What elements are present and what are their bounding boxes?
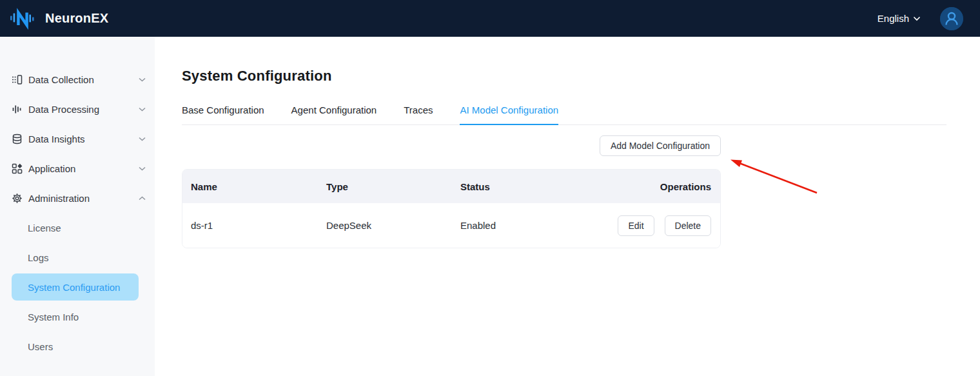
sidebar-subitem-license[interactable]: License <box>0 213 155 242</box>
language-label: English <box>877 13 909 24</box>
edit-button[interactable]: Edit <box>618 215 654 236</box>
column-header-status: Status <box>460 181 660 192</box>
data-processing-icon <box>12 104 23 115</box>
cell-type: DeepSeek <box>326 220 460 231</box>
sidebar-subitem-system-configuration[interactable]: System Configuration <box>12 273 139 301</box>
administration-gear-icon <box>12 193 23 204</box>
user-icon <box>940 7 963 30</box>
application-icon <box>12 163 23 174</box>
sidebar: Data Collection Data Processing D <box>0 37 155 376</box>
table-header-row: Name Type Status Operations <box>182 170 720 203</box>
data-insights-icon <box>12 134 23 144</box>
page-title: System Configuration <box>182 68 980 84</box>
sidebar-item-label: Application <box>28 163 75 174</box>
sidebar-subitem-system-info[interactable]: System Info <box>0 302 155 331</box>
sidebar-subitem-logs[interactable]: Logs <box>0 242 155 272</box>
navbar-right: English <box>877 7 963 30</box>
chevron-down-icon <box>139 137 146 141</box>
delete-button[interactable]: Delete <box>665 215 711 236</box>
sidebar-item-data-processing[interactable]: Data Processing <box>0 94 155 124</box>
column-header-operations: Operations <box>660 181 711 192</box>
sidebar-item-label: Data Collection <box>28 74 94 85</box>
sidebar-item-application[interactable]: Application <box>0 153 155 183</box>
brand-name: NeuronEX <box>45 11 108 26</box>
column-header-name: Name <box>191 181 326 192</box>
tab-traces[interactable]: Traces <box>404 104 433 125</box>
chevron-down-icon <box>139 107 146 112</box>
chevron-down-icon <box>913 16 921 21</box>
language-selector[interactable]: English <box>877 13 921 24</box>
tab-base-configuration[interactable]: Base Configuration <box>182 104 264 125</box>
neuronex-logo-icon <box>9 8 39 30</box>
sidebar-item-label: Data Insights <box>28 134 85 144</box>
sidebar-item-data-insights[interactable]: Data Insights <box>0 124 155 153</box>
tab-agent-configuration[interactable]: Agent Configuration <box>291 104 377 125</box>
chevron-up-icon <box>139 196 146 201</box>
table-row: ds-r1 DeepSeek Enabled Edit Delete <box>182 203 720 248</box>
top-navbar: NeuronEX English <box>0 0 980 37</box>
cell-operations: Edit Delete <box>618 215 711 236</box>
model-table: Name Type Status Operations ds-r1 DeepSe… <box>182 169 721 248</box>
tab-ai-model-configuration[interactable]: AI Model Configuration <box>460 104 558 125</box>
column-header-type: Type <box>326 181 460 192</box>
avatar[interactable] <box>940 7 963 30</box>
sidebar-subitem-users[interactable]: Users <box>0 331 155 361</box>
cell-name: ds-r1 <box>191 220 326 231</box>
brand: NeuronEX <box>9 8 108 30</box>
chevron-down-icon <box>139 166 146 171</box>
sidebar-item-administration[interactable]: Administration <box>0 183 155 213</box>
toolbar: Add Model Configuration <box>182 135 721 156</box>
add-model-configuration-button[interactable]: Add Model Configuration <box>600 135 721 156</box>
tab-bar: Base Configuration Agent Configuration T… <box>182 104 946 125</box>
chevron-down-icon <box>139 77 146 82</box>
data-collection-icon <box>12 74 23 85</box>
sidebar-item-label: Administration <box>28 193 90 204</box>
cell-status: Enabled <box>460 220 618 231</box>
main-content: System Configuration Base Configuration … <box>155 37 980 376</box>
sidebar-item-data-collection[interactable]: Data Collection <box>0 64 155 94</box>
sidebar-item-label: Data Processing <box>28 104 99 115</box>
